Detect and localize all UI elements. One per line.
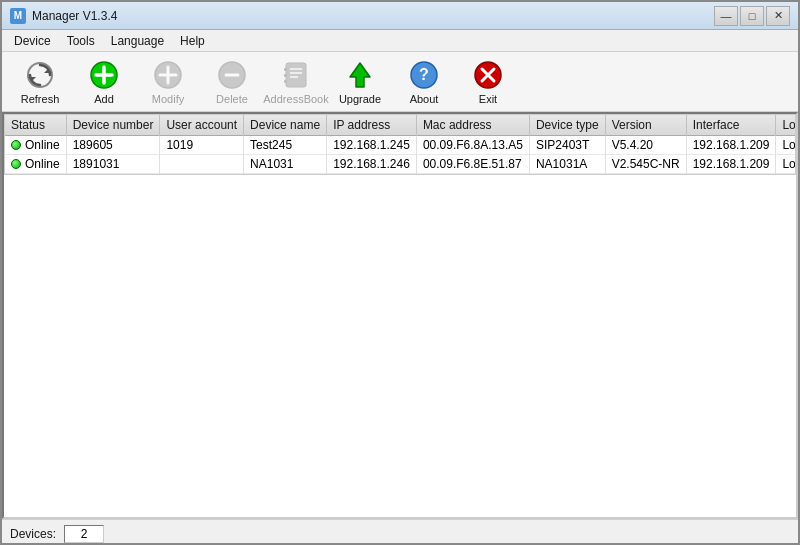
col-user-account[interactable]: User account: [160, 115, 244, 136]
addressbook-button[interactable]: AddressBook: [266, 56, 326, 108]
addressbook-label: AddressBook: [263, 93, 328, 105]
col-ip-address[interactable]: IP address: [327, 115, 417, 136]
minimize-button[interactable]: —: [714, 6, 738, 26]
menu-bar: Device Tools Language Help: [2, 30, 798, 52]
svg-point-0: [28, 63, 52, 87]
devices-count: 2: [64, 525, 104, 543]
upgrade-icon: [344, 59, 376, 91]
window-title: Manager V1.3.4: [32, 9, 117, 23]
upgrade-label: Upgrade: [339, 93, 381, 105]
svg-rect-16: [284, 74, 287, 77]
cell-interface: 192.168.1.209: [686, 155, 776, 174]
cell-user-account: [160, 155, 244, 174]
table-header-row: Status Device number User account Device…: [5, 115, 796, 136]
online-dot: [11, 140, 21, 150]
status-text: Online: [25, 138, 60, 152]
menu-tools[interactable]: Tools: [59, 32, 103, 50]
col-status[interactable]: Status: [5, 115, 66, 136]
menu-help[interactable]: Help: [172, 32, 213, 50]
modify-icon: [152, 59, 184, 91]
main-content: Status Device number User account Device…: [2, 112, 798, 519]
cell-device-type: NA1031A: [529, 155, 605, 174]
svg-rect-11: [286, 63, 306, 87]
table-row[interactable]: Online1891031NA1031192.168.1.24600.09.F6…: [5, 155, 796, 174]
delete-button[interactable]: Delete: [202, 56, 262, 108]
cell-version: V5.4.20: [605, 136, 686, 155]
cell-device-name: NA1031: [244, 155, 327, 174]
cell-user-account: 1019: [160, 136, 244, 155]
maximize-button[interactable]: □: [740, 6, 764, 26]
device-table: Status Device number User account Device…: [5, 115, 796, 174]
cell-mac-address: 00.09.F6.8A.13.A5: [416, 136, 529, 155]
add-icon: [88, 59, 120, 91]
add-button[interactable]: Add: [74, 56, 134, 108]
exit-label: Exit: [479, 93, 497, 105]
exit-button[interactable]: Exit: [458, 56, 518, 108]
addressbook-icon: [280, 59, 312, 91]
svg-marker-18: [350, 63, 370, 87]
modify-label: Modify: [152, 93, 184, 105]
cell-location: LocalNetwork: [776, 155, 796, 174]
app-icon: M: [10, 8, 26, 24]
title-bar: M Manager V1.3.4 — □ ✕: [2, 2, 798, 30]
add-label: Add: [94, 93, 114, 105]
about-button[interactable]: ? About: [394, 56, 454, 108]
col-location[interactable]: Location: [776, 115, 796, 136]
cell-ip-address: 192.168.1.245: [327, 136, 417, 155]
col-mac-address[interactable]: Mac address: [416, 115, 529, 136]
refresh-button[interactable]: Refresh: [10, 56, 70, 108]
menu-device[interactable]: Device: [6, 32, 59, 50]
delete-label: Delete: [216, 93, 248, 105]
status-bar: Devices: 2: [2, 519, 798, 545]
svg-rect-17: [284, 80, 287, 83]
upgrade-button[interactable]: Upgrade: [330, 56, 390, 108]
refresh-icon: [24, 59, 56, 91]
menu-language[interactable]: Language: [103, 32, 172, 50]
status-text: Online: [25, 157, 60, 171]
table-row[interactable]: Online1896051019Test245192.168.1.24500.0…: [5, 136, 796, 155]
cell-location: LocalNetwork: [776, 136, 796, 155]
refresh-label: Refresh: [21, 93, 60, 105]
cell-status: Online: [5, 136, 66, 155]
modify-button[interactable]: Modify: [138, 56, 198, 108]
delete-icon: [216, 59, 248, 91]
col-interface[interactable]: Interface: [686, 115, 776, 136]
cell-status: Online: [5, 155, 66, 174]
col-version[interactable]: Version: [605, 115, 686, 136]
col-device-type[interactable]: Device type: [529, 115, 605, 136]
window-controls: — □ ✕: [714, 6, 790, 26]
svg-text:?: ?: [419, 66, 429, 83]
close-button[interactable]: ✕: [766, 6, 790, 26]
cell-mac-address: 00.09.F6.8E.51.87: [416, 155, 529, 174]
cell-version: V2.545C-NR: [605, 155, 686, 174]
toolbar: Refresh Add Modify Delete: [2, 52, 798, 112]
exit-icon: [472, 59, 504, 91]
about-icon: ?: [408, 59, 440, 91]
cell-interface: 192.168.1.209: [686, 136, 776, 155]
svg-rect-15: [284, 68, 287, 71]
cell-device-number: 189605: [66, 136, 160, 155]
col-device-number[interactable]: Device number: [66, 115, 160, 136]
online-dot: [11, 159, 21, 169]
devices-label: Devices:: [10, 527, 56, 541]
col-device-name[interactable]: Device name: [244, 115, 327, 136]
cell-device-type: SIP2403T: [529, 136, 605, 155]
cell-ip-address: 192.168.1.246: [327, 155, 417, 174]
about-label: About: [410, 93, 439, 105]
cell-device-name: Test245: [244, 136, 327, 155]
cell-device-number: 1891031: [66, 155, 160, 174]
table-container[interactable]: Status Device number User account Device…: [4, 114, 796, 175]
